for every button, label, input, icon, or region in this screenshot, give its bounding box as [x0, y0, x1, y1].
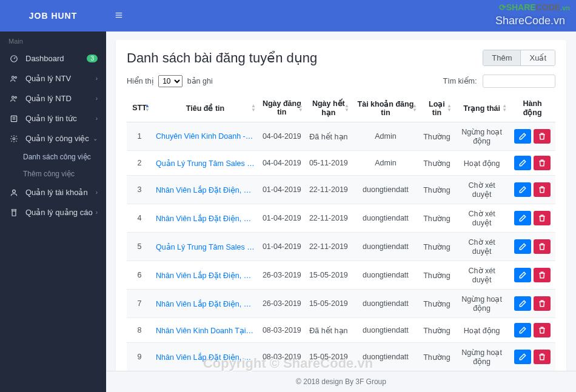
cell-title: Nhân Viên Lắp Đặt Điện, Cáp Tho...: [152, 290, 258, 318]
cell-posted: 01-04-2019: [258, 204, 306, 233]
cell-actions: [509, 290, 555, 318]
cell-status: Ngừng hoạt động: [454, 122, 509, 151]
sidebar-item-label: Quản lý công việc: [25, 134, 93, 143]
svg-point-9: [13, 190, 16, 193]
sidebar-item-label: Dashboard: [25, 54, 87, 63]
chevron-icon: ›: [96, 115, 98, 122]
job-link[interactable]: Nhân Viên Kinh Doanh Tại Trung...: [156, 327, 258, 335]
col-header-7[interactable]: Hành động: [509, 94, 555, 122]
sidebar-item-1[interactable]: Quản lý NTV›: [0, 68, 106, 88]
table-row: 2Quản Lý Trung Tâm Sales (Senior...04-04…: [127, 151, 555, 176]
entries-select[interactable]: 10: [158, 75, 183, 87]
cell-title: Nhân Viên Lắp Đặt Điện, Cáp Tho...: [152, 204, 258, 233]
delete-button[interactable]: [534, 239, 551, 254]
cell-stt: 8: [127, 318, 152, 343]
col-header-3[interactable]: Ngày hết hạn▲▼: [306, 94, 352, 122]
sidebar-item-3[interactable]: Quản lý tin tức›: [0, 108, 106, 128]
search-label: Tìm kiếm:: [443, 77, 477, 85]
cell-status: Chờ xét duyệt: [454, 261, 509, 290]
account-icon: [8, 188, 19, 197]
sidebar-item-2[interactable]: Quản lý NTD›: [0, 88, 106, 108]
col-header-0[interactable]: STT▲▼: [127, 94, 152, 122]
job-link[interactable]: Nhân Viên Lắp Đặt Điện, Cáp Tho...: [156, 271, 258, 280]
cell-posted: 01-04-2019: [258, 176, 306, 204]
cell-expires: Đã hết hạn: [306, 122, 352, 151]
sidebar-item-0[interactable]: Dashboard3: [0, 48, 106, 68]
sidebar-item-label: Quản lý tin tức: [25, 114, 96, 123]
edit-button[interactable]: [514, 239, 531, 254]
cell-actions: [509, 261, 555, 290]
col-header-2[interactable]: Ngày đăng tin▲▼: [258, 94, 306, 122]
delete-button[interactable]: [534, 296, 551, 311]
cell-title: Nhân Viên Kinh Doanh Tại Trung...: [152, 318, 258, 343]
sidebar-section-label: Main: [0, 32, 106, 48]
svg-point-1: [12, 76, 15, 78]
cell-title: Nhân Viên Lắp Đặt Điện, Cáp Tho...: [152, 176, 258, 204]
cell-stt: 7: [127, 290, 152, 318]
page-title: Danh sách bài đăng tuyển dụng: [127, 50, 317, 66]
edit-button[interactable]: [514, 156, 531, 170]
cell-account: duongtiendatt: [352, 318, 420, 343]
col-header-5[interactable]: Loại tin▲▼: [420, 94, 454, 122]
cell-status: Chờ xét duyệt: [454, 233, 509, 261]
job-link[interactable]: Nhân Viên Lắp Đặt Điện, Cáp Tho...: [156, 214, 258, 223]
job-link[interactable]: Chuyên Viên Kinh Doanh - Sale...: [156, 132, 258, 141]
add-button[interactable]: Thêm: [483, 50, 521, 65]
delete-button[interactable]: [534, 129, 551, 144]
delete-button[interactable]: [534, 268, 551, 282]
cell-expires: 22-11-2019: [306, 176, 352, 204]
sidebar-item-6[interactable]: Quản lý quảng cáo›: [0, 202, 106, 222]
sidebar-sub-4-1[interactable]: Thêm công việc: [0, 165, 106, 182]
delete-button[interactable]: [534, 323, 551, 337]
edit-button[interactable]: [514, 296, 531, 311]
cell-posted: 04-04-2019: [258, 122, 306, 151]
chevron-icon: ›: [96, 75, 98, 82]
edit-button[interactable]: [514, 129, 531, 144]
delete-button[interactable]: [534, 182, 551, 197]
col-header-1[interactable]: Tiêu đề tin▲▼: [152, 94, 258, 122]
col-header-6[interactable]: Trạng thái▲▼: [454, 94, 509, 122]
chevron-icon: ›: [96, 209, 98, 216]
action-buttons: Thêm Xuất: [483, 50, 555, 66]
cell-posted: 04-04-2019: [258, 151, 306, 176]
chevron-icon: ›: [96, 95, 98, 102]
edit-button[interactable]: [514, 350, 531, 364]
cell-actions: [509, 122, 555, 151]
show-prefix: Hiển thị: [127, 77, 154, 85]
sidebar-item-4[interactable]: Quản lý công việc⌄: [0, 128, 106, 148]
col-header-4[interactable]: Tài khoản đăng tin▲▼: [352, 94, 420, 122]
edit-button[interactable]: [514, 182, 531, 197]
delete-button[interactable]: [534, 156, 551, 170]
cell-expires: 15-05-2019: [306, 290, 352, 318]
cell-type: Thường: [420, 151, 454, 176]
job-link[interactable]: Nhân Viên Lắp Đặt Điện, Cáp Tho...: [156, 186, 258, 194]
cell-actions: [509, 343, 555, 371]
hamburger-icon[interactable]: [115, 10, 123, 22]
job-link[interactable]: Quản Lý Trung Tâm Sales (Senior...: [156, 243, 258, 251]
badge: 3: [87, 55, 98, 62]
page-footer: © 2018 design By 3F Group: [106, 371, 576, 392]
cell-expires: 05-11-2019: [306, 151, 352, 176]
delete-button[interactable]: [534, 211, 551, 225]
cell-expires: 22-11-2019: [306, 204, 352, 233]
job-link[interactable]: Nhân Viên Lắp Đặt Điện, Cáp Tho...: [156, 300, 258, 308]
cell-title: Quản Lý Trung Tâm Sales (Senior...: [152, 151, 258, 176]
export-button[interactable]: Xuất: [521, 50, 555, 65]
sidebar-sub-4-0[interactable]: Danh sách công việc: [0, 148, 106, 165]
edit-button[interactable]: [514, 211, 531, 225]
cell-posted: 26-03-2019: [258, 290, 306, 318]
edit-button[interactable]: [514, 323, 531, 337]
cell-type: Thường: [420, 290, 454, 318]
cell-type: Thường: [420, 176, 454, 204]
delete-button[interactable]: [534, 350, 551, 364]
cell-title: Quản Lý Trung Tâm Sales (Senior...: [152, 233, 258, 261]
cell-title: Nhân Viên Lắp Đặt Điện, Cáp Tho...: [152, 261, 258, 290]
sidebar-item-5[interactable]: Quản lý tài khoản›: [0, 182, 106, 202]
ads-icon: [8, 208, 19, 217]
search-input[interactable]: [483, 75, 555, 88]
cell-title: Chuyên Viên Kinh Doanh - Sale...: [152, 122, 258, 151]
job-link[interactable]: Nhân Viên Lắp Đặt Điện, Cáp Tho...: [156, 353, 258, 362]
table-row: 7Nhân Viên Lắp Đặt Điện, Cáp Tho...26-03…: [127, 290, 555, 318]
job-link[interactable]: Quản Lý Trung Tâm Sales (Senior...: [156, 159, 258, 168]
edit-button[interactable]: [514, 268, 531, 282]
